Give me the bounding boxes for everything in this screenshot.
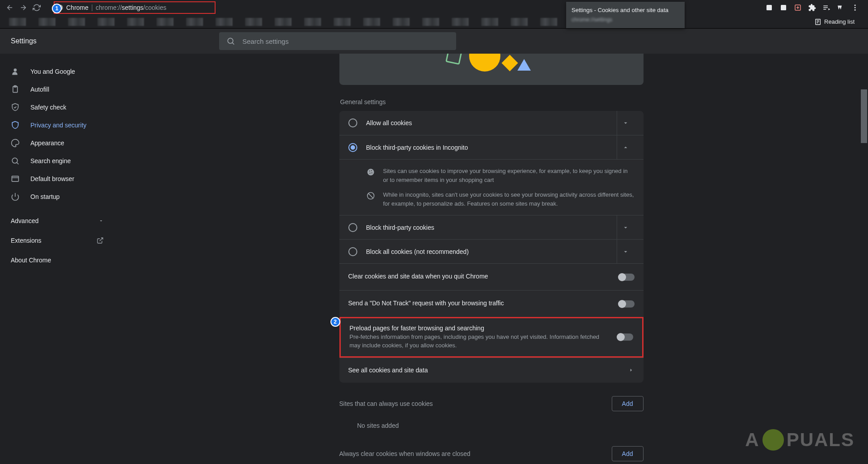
sidebar-item-you-google[interactable]: You and Google [0,63,114,80]
sidebar-about[interactable]: About Chrome [0,250,114,270]
option-block-all[interactable]: Block all cookies (not recommended) [339,239,644,263]
chevron-right-icon [627,367,635,374]
chevron-up-icon [622,144,629,151]
option-block-incognito[interactable]: Block third-party cookies in Incognito [339,135,644,159]
svg-point-18 [371,173,372,173]
bookmark-item[interactable] [9,18,26,26]
general-settings-label: General settings [340,98,644,105]
menu-icon[interactable] [851,4,859,12]
clear-on-close-section: Always clear cookies when windows are cl… [339,446,644,461]
chevron-down-icon [622,119,629,127]
ext-icon-1[interactable] [765,4,773,12]
bookmark-item[interactable] [157,18,174,26]
bookmark-item[interactable] [334,18,351,26]
reading-list-icon [814,18,821,25]
bookmark-item[interactable] [452,18,469,26]
bookmark-item[interactable] [511,18,528,26]
svg-point-17 [369,173,370,174]
cookie-icon [366,168,375,177]
expand-button[interactable] [617,240,635,263]
search-input[interactable] [242,38,449,45]
toggle-switch[interactable] [617,333,633,341]
playlist-icon[interactable] [822,4,830,12]
add-button[interactable]: Add [612,446,644,461]
reading-list-button[interactable]: Reading list [810,15,859,29]
expand-button[interactable] [617,111,635,135]
add-button[interactable]: Add [612,396,644,411]
sidebar-item-label: You and Google [30,68,75,75]
toggle-switch[interactable] [618,274,635,281]
scrollbar-thumb[interactable] [861,89,867,143]
tab-tooltip: Settings - Cookies and other site data c… [566,2,685,28]
collapse-button[interactable] [617,135,635,159]
sidebar-advanced[interactable]: Advanced [0,211,114,231]
url-separator: | [91,4,93,12]
option-label: Block third-party cookies in Incognito [366,144,608,151]
bookmark-item[interactable] [304,18,321,26]
bookmark-item[interactable] [38,18,55,26]
bookmark-item[interactable] [393,18,410,26]
bookmark-item[interactable] [216,18,233,26]
expand-button[interactable] [617,215,635,239]
scrollbar[interactable] [861,54,867,464]
ext-icon-2[interactable] [779,4,788,12]
search-settings-box[interactable] [219,32,456,50]
reading-list-label: Reading list [824,18,855,25]
bookmark-item[interactable] [127,18,144,26]
dnt-row[interactable]: Send a "Do Not Track" request with your … [339,290,644,317]
ext-icon-3[interactable] [794,4,802,12]
cookie-options-card: Allow all cookies Block third-party cook… [339,111,644,383]
about-label: About Chrome [11,257,51,264]
back-button[interactable] [5,3,14,12]
bookmark-item[interactable] [186,18,203,26]
link-label: See all cookies and site data [348,367,428,374]
option-allow-all[interactable]: Allow all cookies [339,111,644,135]
sidebar-item-search[interactable]: Search engine [0,152,114,170]
url-origin: Chrome [66,4,89,11]
ext-icon-w[interactable] [837,4,845,12]
toggle-switch[interactable] [618,300,635,308]
settings-header: Settings [0,29,868,54]
address-bar[interactable]: Chrome | chrome://settings/cookies [54,1,216,14]
svg-point-9 [14,68,17,72]
extension-icons [765,4,863,12]
bookmark-item[interactable] [275,18,292,26]
bookmark-item[interactable] [481,18,498,26]
radio-icon[interactable] [348,223,357,232]
reload-button[interactable] [32,3,41,12]
radio-icon[interactable] [348,247,357,256]
tooltip-title: Settings - Cookies and other site data [572,6,679,14]
radio-icon[interactable] [348,143,357,152]
svg-point-8 [228,38,233,43]
sidebar-item-label: Safety check [30,104,66,111]
option-block-third-party[interactable]: Block third-party cookies [339,215,644,239]
sidebar-item-default-browser[interactable]: Default browser [0,170,114,188]
sidebar-item-appearance[interactable]: Appearance [0,134,114,152]
preload-row[interactable]: Preload pages for faster browsing and se… [339,317,644,358]
extensions-icon[interactable] [808,4,816,12]
svg-point-14 [367,169,374,176]
sidebar-item-privacy[interactable]: Privacy and security [0,116,114,134]
bookmark-item[interactable] [68,18,85,26]
bookmark-item[interactable] [363,18,380,26]
toggle-label: Preload pages for faster browsing and se… [350,325,608,332]
sidebar-item-safety[interactable]: Safety check [0,98,114,116]
sidebar-item-autofill[interactable]: Autofill [0,80,114,98]
sidebar-item-label: Privacy and security [30,122,86,129]
sidebar-item-label: Search engine [30,157,71,165]
bookmark-item[interactable] [97,18,114,26]
bookmark-item[interactable] [245,18,262,26]
radio-icon[interactable] [348,118,357,127]
sidebar-extensions[interactable]: Extensions [0,231,114,250]
svg-rect-1 [766,5,772,10]
search-icon [11,156,20,165]
bookmark-item[interactable] [540,18,557,26]
svg-point-16 [371,170,372,171]
clear-on-quit-row[interactable]: Clear cookies and site data when you qui… [339,263,644,290]
page-title: Settings [11,37,219,45]
see-all-cookies-row[interactable]: See all cookies and site data [339,358,644,383]
sidebar-item-startup[interactable]: On startup [0,188,114,206]
bookmark-item[interactable] [422,18,439,26]
forward-button[interactable] [19,3,28,12]
external-link-icon [97,237,104,244]
